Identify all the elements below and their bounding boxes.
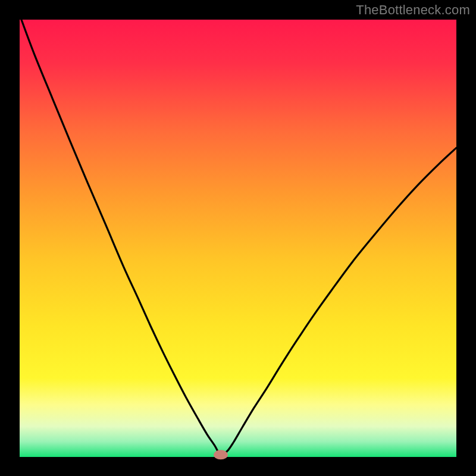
chart-frame: { "watermark": "TheBottleneck.com", "plo… [0,0,476,476]
watermark: TheBottleneck.com [356,2,470,18]
plot-background [20,20,456,457]
bottleneck-marker [214,450,228,459]
chart-svg [0,0,476,476]
